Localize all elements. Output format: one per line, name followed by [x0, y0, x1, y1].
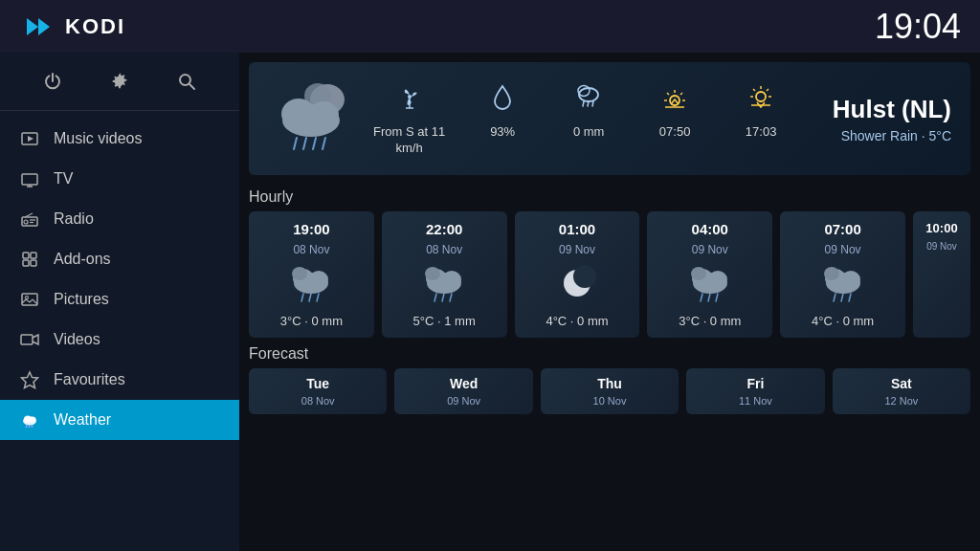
header-left: KODI [19, 9, 125, 45]
weather-city: Hulst (NL) [833, 95, 951, 124]
svg-line-28 [29, 426, 30, 429]
hourly-section-title: Hourly [239, 185, 980, 211]
forecast-section: Forecast Tue 08 Nov Wed 09 Nov Thu 10 No… [239, 338, 980, 414]
svg-rect-22 [21, 335, 33, 344]
sunrise-icon [659, 81, 690, 119]
svg-point-80 [691, 267, 706, 280]
pictures-label: Pictures [54, 291, 109, 308]
forecast-date-0: 08 Nov [301, 395, 335, 407]
hourly-icon-2 [552, 262, 602, 308]
hourly-row: 19:00 08 Nov 3°C · 0 mm [239, 211, 980, 338]
hourly-icon-4 [818, 262, 868, 308]
hourly-temp-4: 4°C · 0 mm [812, 314, 874, 328]
svg-line-37 [313, 138, 316, 149]
svg-rect-20 [22, 294, 37, 305]
sidebar-item-favourites[interactable]: Favourites [0, 360, 239, 400]
hourly-card-0[interactable]: 19:00 08 Nov 3°C · 0 mm [249, 211, 374, 338]
hourly-icon-1 [419, 262, 469, 308]
humidity-icon [487, 81, 518, 119]
sidebar-nav: Music videos TV [0, 111, 239, 551]
hourly-icon-3 [685, 262, 735, 308]
forecast-day-3: Fri [746, 376, 764, 391]
pictures-icon [19, 289, 40, 310]
sidebar-item-videos[interactable]: Videos [0, 320, 239, 360]
sidebar-item-tv[interactable]: TV [0, 159, 239, 199]
svg-point-70 [442, 271, 461, 288]
radio-icon [19, 209, 40, 230]
svg-rect-18 [23, 260, 29, 266]
svg-point-54 [756, 92, 766, 101]
tv-label: TV [54, 170, 73, 187]
svg-line-73 [442, 294, 444, 301]
sidebar-item-pictures[interactable]: Pictures [0, 279, 239, 320]
weather-stats: From S at 11 km/h 93% [373, 81, 813, 157]
svg-line-72 [434, 294, 436, 301]
svg-line-58 [753, 89, 755, 91]
forecast-card-3[interactable]: Fri 11 Nov [686, 368, 824, 414]
svg-point-21 [26, 297, 29, 299]
svg-line-29 [32, 426, 33, 429]
sunrise-stat: 07:50 [646, 81, 703, 141]
hourly-card-2[interactable]: 01:00 09 Nov 4°C · 0 mm [515, 211, 640, 338]
forecast-card-2[interactable]: Thu 10 Nov [541, 368, 679, 414]
hourly-card-1[interactable]: 22:00 08 Nov 5°C · 1 mm [382, 211, 507, 338]
sidebar-item-music-videos[interactable]: Music videos [0, 119, 239, 159]
main-layout: Music videos TV [0, 53, 980, 551]
forecast-card-1[interactable]: Wed 09 Nov [394, 368, 532, 414]
radio-label: Radio [54, 210, 94, 228]
sidebar-top-icons [0, 53, 239, 111]
svg-line-66 [309, 294, 311, 301]
rain-value: 0 mm [573, 124, 605, 141]
weather-description: Shower Rain · 5°C [833, 128, 951, 143]
forecast-day-1: Wed [450, 376, 478, 391]
sidebar-item-weather[interactable]: Weather [0, 400, 239, 440]
svg-point-87 [824, 267, 839, 280]
sidebar-item-addons[interactable]: Add-ons [0, 239, 239, 279]
svg-line-67 [317, 294, 319, 301]
power-button[interactable] [35, 64, 70, 99]
humidity-value: 93% [490, 124, 515, 141]
forecast-card-0[interactable]: Tue 08 Nov [249, 368, 387, 414]
forecast-card-4[interactable]: Sat 12 Nov [833, 368, 970, 414]
hourly-date-3: 09 Nov [692, 243, 728, 256]
svg-line-56 [767, 89, 768, 91]
svg-line-45 [588, 101, 589, 106]
favourites-icon [19, 369, 40, 390]
header: KODI 19:04 [0, 0, 980, 53]
svg-point-63 [309, 271, 328, 288]
hourly-time-2: 01:00 [559, 221, 595, 237]
sidebar-item-radio[interactable]: Radio [0, 199, 239, 239]
hourly-icon-0 [286, 262, 336, 308]
weather-icon [19, 409, 40, 430]
tv-icon [19, 168, 40, 189]
sunset-stat: 17:03 [732, 81, 790, 141]
forecast-title: Forecast [249, 345, 970, 363]
content-area: From S at 11 km/h 93% [239, 53, 980, 551]
forecast-row: Tue 08 Nov Wed 09 Nov Thu 10 Nov Fri 11 … [249, 368, 970, 414]
svg-line-46 [592, 101, 593, 106]
forecast-date-1: 09 Nov [447, 395, 480, 407]
hourly-card-3[interactable]: 04:00 09 Nov 3°C · 0 mm [647, 211, 772, 338]
hourly-date-1: 08 Nov [426, 243, 462, 256]
svg-line-38 [323, 138, 325, 149]
humidity-stat: 93% [474, 81, 531, 141]
forecast-day-2: Thu [597, 376, 622, 391]
favourites-label: Favourites [54, 371, 125, 388]
weather-location: Hulst (NL) Shower Rain · 5°C [833, 95, 951, 143]
sunset-value: 17:03 [746, 124, 777, 141]
svg-line-90 [849, 294, 851, 301]
search-button[interactable] [169, 64, 204, 99]
hourly-time-1: 22:00 [426, 221, 462, 237]
svg-point-12 [24, 220, 28, 224]
hourly-temp-0: 3°C · 0 mm [280, 314, 343, 328]
svg-marker-7 [28, 136, 33, 142]
sunrise-value: 07:50 [659, 124, 691, 141]
svg-line-5 [189, 84, 194, 89]
hourly-card-4[interactable]: 07:00 09 Nov 4°C · 0 mm [780, 211, 905, 338]
videos-icon [19, 329, 40, 350]
hourly-card-5[interactable]: 10:00 09 Nov [913, 211, 970, 338]
rain-stat: 0 mm [560, 81, 617, 141]
settings-button[interactable] [102, 64, 137, 99]
music-videos-label: Music videos [54, 130, 142, 147]
svg-line-74 [450, 294, 452, 301]
